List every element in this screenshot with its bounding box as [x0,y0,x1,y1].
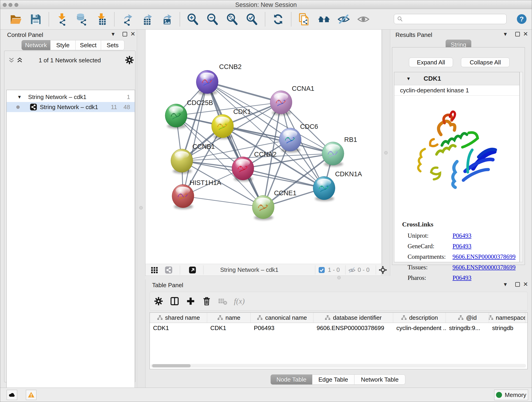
crosslink-link[interactable]: 9606.ENSP00000378699 [452,264,515,271]
memory-status-dot-icon [496,392,502,398]
help-button[interactable]: ? [516,13,527,25]
network-row[interactable]: String Network – cdk1 11 48 [7,102,135,112]
zoom-in-button[interactable] [186,13,199,26]
first-neighbors-button[interactable] [317,13,330,26]
tab-sets[interactable]: Sets [101,40,124,50]
show-all-button[interactable] [357,13,370,26]
right-splitter[interactable] [382,30,390,279]
open-view-in-window-icon[interactable] [189,266,196,274]
cdk1-collapse-triangle-icon[interactable]: ▼ [406,76,411,81]
crosslink-link[interactable]: P06493 [452,232,472,239]
column-header-canonical-name[interactable]: canonical name [251,313,313,323]
cdk1-result-card: ▼ CDK1 cyclin-dependent kinase 1 [394,72,520,262]
table-panel-close-icon[interactable]: ✕ [523,281,528,288]
open-file-button[interactable] [10,13,22,26]
memory-button[interactable]: Memory [494,390,528,400]
edge-HIST1H1A-CCNE1[interactable] [183,196,263,207]
function-builder-icon[interactable]: f(x) [234,297,245,306]
node-CCNE1[interactable]: CCNE1 [252,189,297,220]
import-network-database-button[interactable] [75,13,88,26]
network-canvas[interactable]: CCNB2CCNA1CDC25BCDK1CDC6RB1CCNB1CCNA2CDK… [145,30,382,264]
collapse-all-button[interactable]: Collapse All [461,57,510,67]
column-header-description[interactable]: description [393,313,446,323]
zoom-out-button[interactable] [206,13,219,26]
network-options-gear-icon[interactable] [124,55,134,65]
network-collection-row[interactable]: ▼ String Network – cdk1 1 [7,92,135,102]
network-view-share-icon[interactable] [165,266,172,274]
control-panel-float-icon[interactable] [123,32,127,36]
delete-column-trash-icon[interactable] [202,296,212,306]
network-label: String Network – cdk1 [40,104,98,111]
table-cell[interactable]: stringdb [489,323,525,333]
tab-select[interactable]: Select [76,40,101,50]
export-network-button[interactable] [121,13,134,26]
node-CCNA1[interactable]: CCNA1 [270,85,314,115]
zoom-fit-button[interactable] [226,13,239,26]
cdk1-card-header[interactable]: ▼ CDK1 [394,72,519,85]
table-cell[interactable]: cyclin-dependent ... [393,323,446,333]
control-panel-collapse-icon[interactable]: ▾ [112,31,114,37]
tab-edge-table[interactable]: Edge Table [312,375,355,385]
column-header-name[interactable]: name [207,313,251,323]
table-cell[interactable]: P06493 [251,323,313,333]
results-panel-close-icon[interactable]: ✕ [523,31,528,37]
results-panel-float-icon[interactable] [515,32,520,36]
column-tree-icon [489,315,494,321]
export-image-button[interactable] [160,13,173,26]
table-cell[interactable]: CDK1 [207,323,251,333]
results-panel-collapse-icon[interactable]: ▾ [504,31,507,37]
import-table-button[interactable] [95,13,108,26]
right-splitter-grip[interactable] [384,151,388,154]
node-RB1[interactable]: RB1 [322,136,357,167]
crosslink-link[interactable]: 9606.ENSP00000378699 [452,253,515,260]
left-splitter[interactable] [137,30,146,388]
node-table-row[interactable]: CDK1CDK1P064939606.ENSP00000378699cyclin… [150,323,527,333]
tab-network[interactable]: Network [22,40,51,50]
cloud-status-button[interactable] [7,390,17,400]
column-header-namespace[interactable]: namespace [489,313,525,323]
tab-style[interactable]: Style [51,40,76,50]
table-cell[interactable]: stringdb:9... [446,323,489,333]
apply-layout-button[interactable] [272,13,285,26]
import-network-button[interactable] [56,13,68,26]
control-panel-close-icon[interactable]: ✕ [130,31,135,37]
hidden-count-eye-icon[interactable] [348,266,356,274]
table-hscrollbar-thumb[interactable] [152,364,191,367]
column-header-database-identifier[interactable]: database identifier [313,313,393,323]
clone-network-button[interactable] [298,13,311,26]
crosslink-link[interactable]: P06493 [452,243,472,250]
table-cell[interactable]: CDK1 [150,323,207,333]
table-cell[interactable]: 9606.ENSP00000378699 [313,323,393,333]
tab-node-table[interactable]: Node Table [271,375,312,385]
show-columns-icon[interactable] [170,296,180,306]
collection-expand-triangle-icon[interactable]: ▼ [17,95,22,100]
edge-CCNB2-CCNE1[interactable] [207,82,263,207]
warnings-button[interactable] [26,390,36,400]
table-settings-gear-icon[interactable] [153,296,164,306]
toolbar-icons [6,12,373,26]
search-input[interactable] [405,15,506,23]
column-header--id[interactable]: @id [446,313,489,323]
export-table-button[interactable] [141,13,153,26]
table-hscrollbar[interactable] [151,364,526,368]
node-HIST1H1A[interactable]: HIST1H1A [172,179,222,209]
save-session-button[interactable] [29,13,42,26]
bottom-splitter-grip[interactable] [337,276,341,279]
hide-selected-button[interactable] [337,13,350,26]
results-scrollbar[interactable] [520,72,523,262]
delete-table-icon[interactable] [218,296,228,306]
table-toolbar: f(x) [150,292,528,311]
column-header-shared-name[interactable]: shared name [150,313,207,323]
node-CDKN1A[interactable]: CDKN1A [313,170,362,201]
selected-count-checkbox-icon[interactable] [318,267,325,274]
add-column-icon[interactable] [186,296,196,306]
table-panel-collapse-icon[interactable]: ▾ [504,281,507,288]
zoom-selected-button[interactable] [246,13,259,26]
column-tree-icon [257,315,263,321]
tab-network-table[interactable]: Network Table [355,375,405,385]
left-splitter-grip[interactable] [139,206,143,210]
grid-view-icon[interactable] [151,266,158,274]
expand-all-button[interactable]: Expand All [409,57,453,67]
birds-eye-view-icon[interactable] [378,265,387,274]
table-panel-float-icon[interactable] [515,282,520,287]
